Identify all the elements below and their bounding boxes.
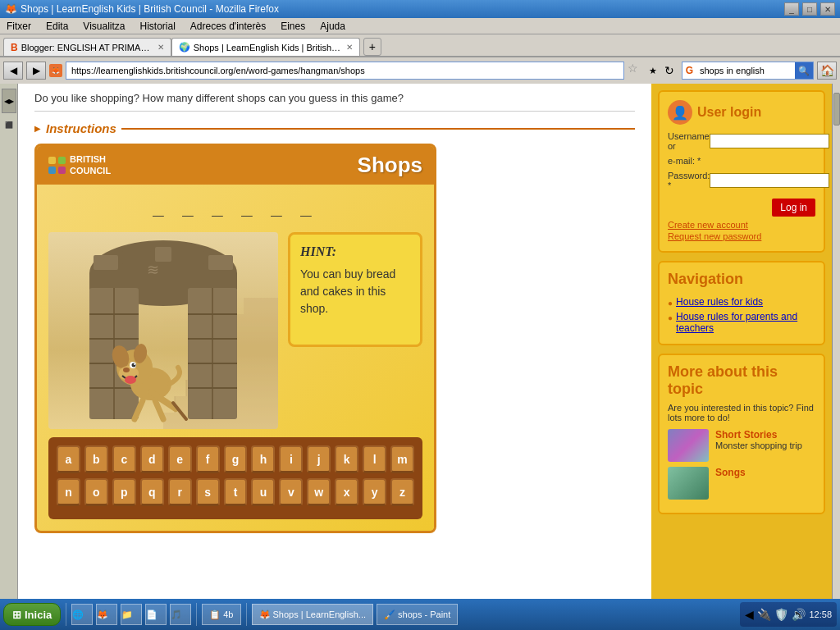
key-v[interactable]: v [279, 478, 303, 506]
key-h[interactable]: h [251, 445, 275, 473]
home-button[interactable]: 🏠 [817, 62, 837, 80]
firefox-icon: 🦊 [49, 64, 62, 77]
key-o[interactable]: o [84, 478, 108, 506]
key-b[interactable]: b [84, 445, 108, 473]
key-p[interactable]: p [112, 478, 136, 506]
key-t[interactable]: t [224, 478, 248, 506]
key-u[interactable]: u [251, 478, 275, 506]
username-row: Username or [668, 131, 815, 151]
menu-fitxer[interactable]: Fitxer [3, 20, 34, 33]
tab-blogger-icon: B [11, 42, 18, 53]
key-g[interactable]: g [224, 445, 248, 473]
bookmark-star-icon[interactable]: ☆ [628, 62, 646, 80]
taskbar-icon-folder[interactable]: 📁 [121, 604, 142, 625]
key-w[interactable]: w [307, 478, 331, 506]
menu-visualitza[interactable]: Visualitza [80, 20, 128, 33]
start-button[interactable]: ⊞ Inicia [3, 603, 61, 626]
hint-box: HINT: You can buy bread and cakes in thi… [288, 232, 422, 347]
menu-adreces[interactable]: Adreces d'interès [187, 20, 269, 33]
close-button[interactable]: ✕ [820, 2, 835, 16]
menu-eines[interactable]: Eines [277, 20, 308, 33]
sidebar-dial-icon: ⬛ [5, 121, 13, 129]
bookmark-star2-icon[interactable]: ★ [649, 66, 657, 76]
email-label: e-mail: * [668, 156, 733, 166]
menu-edita[interactable]: Edita [43, 20, 71, 33]
refresh-button[interactable]: ↻ [660, 62, 678, 80]
key-k[interactable]: k [335, 445, 358, 473]
key-d[interactable]: d [140, 445, 164, 473]
nav-bullet-2-icon: ● [668, 313, 673, 322]
taskbar-system-tray: ◀ 🔌 🛡️ 🔊 12:58 [740, 602, 837, 627]
taskbar-icon-music[interactable]: 🎵 [170, 604, 191, 625]
bc-square-1 [48, 157, 56, 164]
taskbar-icon-4b[interactable]: 📋 4b [202, 604, 240, 625]
nav-item-parents[interactable]: ● House rules for parents and teachers [668, 309, 815, 336]
tray-arrow-icon[interactable]: ◀ [745, 608, 754, 621]
taskbar-icon-misc[interactable]: 📄 [145, 604, 167, 625]
key-y[interactable]: y [363, 478, 386, 506]
start-label: Inicia [25, 609, 52, 621]
forward-button[interactable]: ▶ [26, 62, 46, 80]
key-z[interactable]: z [390, 478, 414, 506]
window-title: Shops | LearnEnglish Kids | British Coun… [21, 3, 279, 15]
word-display: _ _ _ _ _ _ [48, 196, 422, 219]
back-button[interactable]: ◀ [3, 62, 23, 80]
key-m[interactable]: m [390, 445, 414, 473]
key-r[interactable]: r [168, 478, 192, 506]
taskbar-paint-button[interactable]: 🖌️ shops - Paint [377, 604, 458, 625]
search-box: G 🔍 [682, 62, 814, 80]
key-e[interactable]: e [168, 445, 192, 473]
hint-text: You can buy bread and cakes in this shop… [300, 266, 410, 317]
nav-item-kids[interactable]: ● House rules for kids [668, 294, 815, 309]
svg-rect-17 [208, 255, 233, 270]
nav-link-parents[interactable]: House rules for parents and teachers [676, 311, 815, 334]
taskbar-shops-button[interactable]: 🦊 Shops | LearnEnglish... [252, 604, 374, 625]
scrollbar[interactable] [832, 84, 840, 599]
tab-blogger[interactable]: B Blogger: ENGLISH AT PRIMARY - Crea un.… [3, 38, 171, 56]
key-c[interactable]: c [112, 445, 136, 473]
more-about-description: Are you interested in this topic? Find l… [668, 403, 815, 422]
key-i[interactable]: i [279, 445, 303, 473]
svg-point-40 [123, 368, 130, 372]
password-row: Password: * [668, 171, 815, 190]
password-input[interactable] [710, 173, 829, 188]
create-account-link[interactable]: Create new account [668, 220, 815, 230]
key-j[interactable]: j [307, 445, 331, 473]
sidebar-toggle-icon[interactable]: ◀▶ [2, 89, 16, 113]
nav-link-kids[interactable]: House rules for kids [676, 296, 763, 308]
scroll-up-btn[interactable] [833, 84, 840, 92]
bc-squares-icon [48, 157, 66, 175]
key-x[interactable]: x [335, 478, 358, 506]
taskbar-icon-ie[interactable]: 🌐 [71, 604, 93, 625]
key-l[interactable]: l [363, 445, 386, 473]
game-container: BRITISH COUNCIL Shops _ _ _ _ _ _ [34, 144, 436, 533]
search-input[interactable] [696, 62, 795, 79]
taskbar-icon-firefox[interactable]: 🦊 [96, 604, 117, 625]
address-input[interactable] [66, 62, 624, 80]
tab-learnenglish-close[interactable]: ✕ [346, 43, 353, 52]
key-s[interactable]: s [196, 478, 220, 506]
svg-point-39 [134, 363, 135, 365]
menu-ajuda[interactable]: Ajuda [317, 20, 349, 33]
tab-learnenglish[interactable]: 🌍 Shops | LearnEnglish Kids | British Co… [171, 38, 360, 56]
scroll-thumb[interactable] [833, 93, 840, 126]
more-item-stories-title[interactable]: Short Stories [715, 429, 802, 441]
login-button[interactable]: Log in [772, 199, 815, 217]
request-password-link[interactable]: Request new password [668, 231, 815, 241]
new-tab-button[interactable]: + [363, 38, 381, 56]
browser-icon: 🦊 [5, 3, 17, 15]
menu-historial[interactable]: Historial [137, 20, 179, 33]
tray-network-icon: 🔌 [757, 608, 771, 621]
username-input[interactable] [710, 134, 829, 148]
key-n[interactable]: n [57, 478, 80, 506]
more-item-songs-title[interactable]: Songs [715, 467, 746, 478]
minimize-button[interactable]: _ [784, 2, 799, 16]
key-q[interactable]: q [140, 478, 164, 506]
maximize-button[interactable]: □ [802, 2, 817, 16]
bc-line1: BRITISH [70, 154, 111, 165]
taskbar-separator-2 [196, 603, 197, 626]
key-f[interactable]: f [196, 445, 220, 473]
tab-blogger-close[interactable]: ✕ [158, 43, 164, 52]
search-submit-button[interactable]: 🔍 [795, 62, 813, 79]
key-a[interactable]: a [57, 445, 80, 473]
